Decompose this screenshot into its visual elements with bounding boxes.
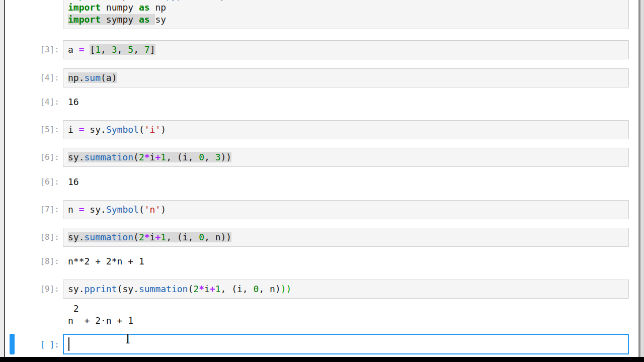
code-line: import numpy as np — [68, 2, 624, 14]
cell-prompt: [4]: — [0, 68, 59, 84]
output-prompt: [8]: — [0, 255, 59, 267]
code-editor[interactable]: sy.summation(2*i+1, (i, 0, 3)) — [63, 148, 629, 167]
code-line: 2 — [68, 303, 624, 315]
left-gutter — [0, 0, 4, 357]
code-line: 16 — [68, 176, 624, 188]
cell-prompt: [8]: — [0, 228, 59, 243]
code-line: n + 2·n + 1 — [68, 315, 624, 327]
code-line: 16 — [68, 96, 624, 108]
code-line: np.sum(a) — [68, 72, 624, 84]
cell-prompt: [3]: — [0, 40, 59, 56]
cell-prompt: [5]: — [0, 120, 59, 136]
output-text: 2n + 2·n + 1 — [68, 303, 624, 327]
code-editor[interactable]: n = sy.Symbol('n') — [63, 200, 629, 219]
notebook-viewport: import matplotlib.pyplot as pltimport nu… — [0, 0, 644, 362]
active-code-editor[interactable] — [63, 334, 629, 354]
scrollbar-track[interactable] — [640, 0, 644, 357]
cell-prompt: [9]: — [0, 280, 59, 295]
code-line: sy.summation(2*i+1, (i, 0, 3)) — [68, 151, 624, 163]
window-edge-line — [4, 0, 5, 357]
output-prompt: [6]: — [0, 176, 59, 188]
cell-prompt: [ ]: — [0, 334, 59, 351]
code-editor[interactable]: import matplotlib.pyplot as pltimport nu… — [63, 0, 629, 29]
code-line: n = sy.Symbol('n') — [68, 204, 624, 216]
code-editor[interactable]: np.sum(a) — [63, 68, 629, 87]
cell-prompt: [7]: — [0, 200, 59, 216]
code-line: import sympy as sy — [68, 14, 624, 26]
code-line: i = sy.Symbol('i') — [68, 124, 624, 136]
code-line: sy.summation(2*i+1, (i, 0, n)) — [68, 231, 624, 243]
code-line: n**2 + 2*n + 1 — [68, 255, 624, 267]
code-line: sy.pprint(sy.summation(2*i+1, (i, 0, n))… — [68, 283, 624, 295]
letterbox-bar — [0, 357, 644, 362]
output-text: n**2 + 2*n + 1 — [68, 255, 624, 267]
text-cursor — [68, 337, 69, 351]
code-editor[interactable]: a = [1, 3, 5, 7] — [63, 40, 629, 59]
code-editor[interactable]: sy.summation(2*i+1, (i, 0, n)) — [63, 228, 629, 247]
cell-prompt: [6]: — [0, 148, 59, 163]
code-line: a = [1, 3, 5, 7] — [68, 44, 624, 56]
output-text: 16 — [68, 96, 624, 108]
code-editor[interactable]: i = sy.Symbol('i') — [63, 120, 629, 139]
code-editor[interactable]: sy.pprint(sy.summation(2*i+1, (i, 0, n))… — [63, 280, 629, 299]
output-text: 16 — [68, 176, 624, 188]
output-prompt: [4]: — [0, 96, 59, 108]
